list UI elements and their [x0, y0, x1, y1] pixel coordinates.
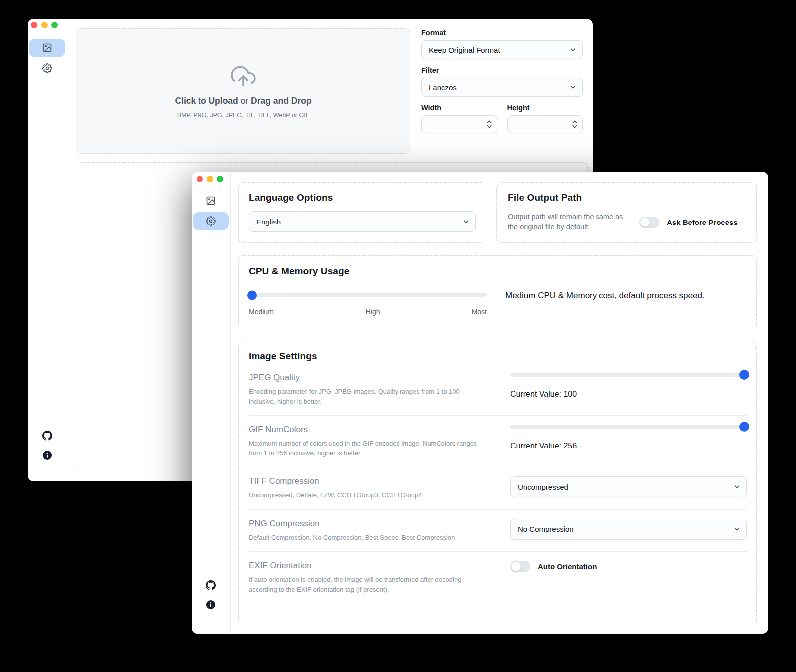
jpeg-quality-title: JPEG Quality	[249, 373, 487, 383]
file-output-path-description: Output path will remain the same as the …	[508, 212, 628, 232]
chevron-down-icon	[569, 84, 577, 91]
tick-medium: Medium	[249, 308, 274, 316]
tick-most: Most	[472, 308, 487, 316]
exif-orientation-row: EXIF Orientation If auto orientation is …	[249, 551, 747, 603]
language-select[interactable]: English	[249, 211, 476, 232]
language-options-title: Language Options	[249, 192, 476, 203]
height-input-wrap	[507, 115, 583, 133]
language-select-value: English	[256, 218, 281, 226]
info-icon[interactable]	[206, 600, 215, 609]
number-stepper-icon[interactable]	[572, 120, 578, 129]
github-icon[interactable]	[206, 580, 216, 590]
filter-select-value: Lanczos	[429, 83, 457, 92]
png-compression-row: PNG Compression Default Compression, No …	[249, 509, 747, 552]
close-button[interactable]	[31, 22, 37, 28]
github-icon[interactable]	[42, 431, 52, 441]
gif-numcolors-slider[interactable]	[510, 425, 747, 429]
desktop: { "colors": { "accent": "#2563eb", "side…	[0, 0, 796, 672]
exif-orientation-title: EXIF Orientation	[249, 561, 487, 571]
chevron-down-icon	[569, 46, 577, 54]
gear-icon	[42, 63, 52, 73]
tiff-compression-row: TIFF Compression Uncompressed, Deflate, …	[249, 467, 747, 509]
exif-orientation-description: If auto orientation is enabled, the imag…	[249, 575, 487, 594]
cpu-memory-section: CPU & Memory Usage Medium High Most Medi…	[238, 255, 757, 329]
jpeg-quality-current-value: Current Value: 100	[510, 390, 747, 399]
gif-numcolors-description: Maximum number of colors used in the GIF…	[249, 439, 487, 458]
tiff-compression-title: TIFF Compression	[249, 476, 487, 486]
cpu-memory-title: CPU & Memory Usage	[249, 266, 745, 277]
cpu-status-text: Medium CPU & Memory cost, default proces…	[505, 291, 705, 301]
width-label: Width	[421, 104, 497, 112]
cpu-slider-ticks: Medium High Most	[249, 308, 487, 316]
height-input[interactable]	[508, 116, 583, 133]
sidebar	[28, 19, 67, 481]
image-settings-title: Image Settings	[249, 351, 747, 362]
filter-label: Filter	[421, 66, 583, 74]
chevron-down-icon	[462, 218, 470, 225]
png-compression-select[interactable]: No Compression	[510, 519, 747, 540]
images-icon	[206, 196, 216, 206]
info-icon[interactable]	[43, 451, 52, 460]
gif-numcolors-row: GIF NumColors Maximum number of colors u…	[249, 415, 747, 467]
tiff-compression-description: Uncompressed, Deflate, LZW, CCITTGroup3,…	[249, 490, 487, 500]
upload-supported-formats: BMP, PNG, JPG, JPEG, TIF, TIFF, WebP or …	[177, 112, 310, 119]
format-label: Format	[421, 29, 583, 37]
sidebar-item-settings[interactable]	[193, 212, 229, 230]
zoom-button[interactable]	[217, 176, 223, 182]
filter-select[interactable]: Lanczos	[421, 78, 583, 97]
sidebar-item-images[interactable]	[29, 39, 65, 57]
window-controls	[31, 22, 58, 28]
language-options-section: Language Options English	[238, 182, 486, 243]
images-icon	[42, 43, 52, 53]
gear-icon	[206, 216, 216, 226]
minimize-button[interactable]	[41, 22, 48, 28]
tick-high: High	[366, 308, 380, 316]
png-compression-value: No Compression	[518, 525, 574, 533]
slider-knob[interactable]	[247, 290, 257, 300]
tiff-compression-value: Uncompressed	[518, 483, 568, 491]
format-select[interactable]: Keep Original Format	[421, 40, 583, 59]
toggle-knob	[511, 562, 521, 571]
file-output-path-title: File Output Path	[508, 192, 745, 203]
chevron-down-icon	[733, 483, 741, 491]
jpeg-quality-description: Encoding parameter for JPG, JPEG images.…	[249, 387, 487, 406]
zoom-button[interactable]	[51, 22, 58, 28]
jpeg-quality-row: JPEG Quality Encoding parameter for JPG,…	[249, 364, 747, 415]
auto-orientation-toggle[interactable]	[510, 561, 530, 572]
cloud-upload-icon	[231, 64, 256, 89]
png-compression-description: Default Compression, No Compression, Bes…	[249, 533, 487, 543]
width-input-wrap	[421, 115, 497, 133]
slider-knob[interactable]	[739, 422, 749, 432]
sidebar-item-images[interactable]	[193, 192, 229, 210]
png-compression-title: PNG Compression	[249, 519, 487, 529]
auto-orientation-label: Auto Orientation	[538, 562, 597, 571]
slider-knob[interactable]	[739, 370, 749, 380]
gif-numcolors-current-value: Current Value: 256	[510, 442, 747, 450]
ask-before-process-label: Ask Before Process	[667, 218, 738, 226]
conversion-options-panel: Format Keep Original Format Filter Lancz…	[421, 29, 583, 133]
gif-numcolors-title: GIF NumColors	[249, 425, 487, 435]
toggle-knob	[640, 218, 650, 227]
file-output-path-section: File Output Path Output path will remain…	[496, 182, 757, 243]
number-stepper-icon[interactable]	[486, 120, 492, 129]
settings-window: Language Options English File Output Pat…	[192, 172, 768, 634]
cpu-memory-slider[interactable]	[249, 293, 487, 297]
upload-dropzone[interactable]: Click to Upload or Drag and Drop BMP, PN…	[76, 28, 410, 154]
format-select-value: Keep Original Format	[429, 46, 500, 54]
height-label: Height	[507, 104, 583, 112]
upload-title: Click to Upload or Drag and Drop	[175, 96, 311, 106]
width-input[interactable]	[422, 116, 497, 133]
jpeg-quality-slider[interactable]	[510, 373, 747, 377]
ask-before-process-toggle[interactable]	[639, 217, 659, 228]
close-button[interactable]	[197, 176, 203, 182]
sidebar-item-settings[interactable]	[29, 59, 65, 77]
sidebar	[192, 172, 231, 634]
image-settings-section: Image Settings JPEG Quality Encoding par…	[238, 342, 757, 625]
minimize-button[interactable]	[207, 176, 213, 182]
chevron-down-icon	[733, 525, 741, 533]
window-controls	[197, 176, 223, 182]
tiff-compression-select[interactable]: Uncompressed	[510, 476, 747, 497]
